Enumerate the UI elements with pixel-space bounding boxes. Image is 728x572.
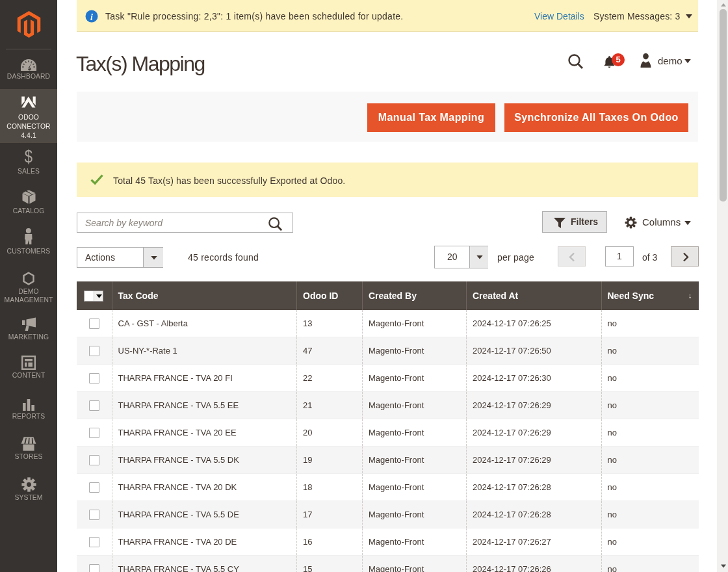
svg-text:i: i <box>90 12 93 22</box>
